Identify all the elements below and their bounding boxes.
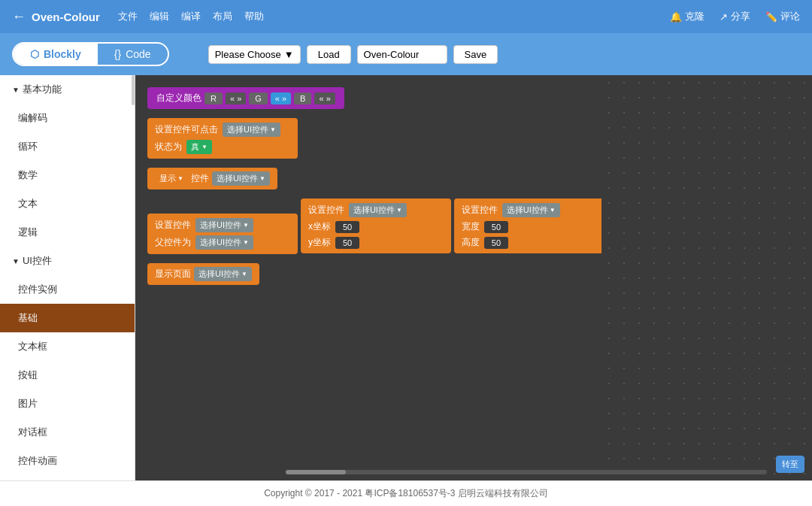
dotted-canvas <box>601 75 812 480</box>
b-input[interactable]: « » <box>314 92 335 105</box>
g-input[interactable]: « » <box>271 92 291 105</box>
block-set-clickable-row2: 状态为 真 <box>155 140 290 154</box>
blockly-icon: ⬡ <box>30 48 39 60</box>
block-custom-color-body[interactable]: 自定义颜色 R « » G « » B « » <box>147 87 344 109</box>
load-button[interactable]: Load <box>307 45 351 64</box>
save-button[interactable]: Save <box>453 45 498 64</box>
sidebar-item-dialog[interactable]: 对话框 <box>0 418 135 447</box>
sidebar-item-loop[interactable]: 循环 <box>0 132 135 161</box>
sidebar-item-basic[interactable]: 基本功能 <box>0 75 135 104</box>
top-nav: ← Oven-Colour 文件 编辑 编译 布局 帮助 🔔 克隆 ↗ 分享 ✏… <box>0 0 812 33</box>
set-parent-label1: 设置控件 <box>155 219 191 232</box>
sidebar-item-button[interactable]: 按钮 <box>0 361 135 389</box>
set-pos-x-label: x坐标 <box>308 220 331 233</box>
sidebar-item-textbox[interactable]: 文本框 <box>0 332 135 361</box>
set-size-label1: 设置控件 <box>462 204 498 217</box>
block-set-clickable-row1: 设置控件可点击 选择UI控件 <box>155 123 290 137</box>
menu-file[interactable]: 文件 <box>118 10 138 23</box>
set-size-h-label: 高度 <box>462 236 480 249</box>
set-size-h-value[interactable]: 50 <box>484 237 508 249</box>
please-choose-select[interactable]: Please Choose ▼ <box>208 45 301 64</box>
tab-blockly[interactable]: ⬡ Blockly <box>14 44 98 65</box>
app-title: Oven-Colour <box>32 11 100 23</box>
toolbar: ⬡ Blockly {} Code Please Choose ▼ Load S… <box>0 33 812 75</box>
set-pos-y-value[interactable]: 50 <box>335 237 359 249</box>
menu-bar: 文件 编辑 编译 布局 帮助 <box>118 10 264 23</box>
set-parent-label2: 父控件为 <box>155 236 191 249</box>
show-page-dropdown[interactable]: 选择UI控件 <box>194 267 252 281</box>
show-label: 控件 <box>191 172 209 185</box>
menu-layout[interactable]: 布局 <box>213 10 232 23</box>
sidebar-item-widget-instance[interactable]: 控件实例 <box>0 275 135 304</box>
sidebar-item-text[interactable]: 文本 <box>0 189 135 218</box>
comment-action[interactable]: ✏️ 评论 <box>765 10 800 23</box>
block-show-control-body[interactable]: 显示 控件 选择UI控件 <box>147 168 277 189</box>
menu-edit[interactable]: 编辑 <box>150 10 169 23</box>
tab-code[interactable]: {} Code <box>98 44 168 65</box>
b-label: B <box>294 92 311 105</box>
show-page-label: 显示页面 <box>155 268 191 280</box>
set-pos-label1: 设置控件 <box>308 204 344 217</box>
set-parent-dropdown2[interactable]: 选择UI控件 <box>195 235 253 250</box>
sidebar-scroll: 基本功能 编解码 循环 数学 文本 逻辑 UI控件 控件实例 <box>0 75 135 475</box>
sidebar-item-logic[interactable]: 逻辑 <box>0 218 135 247</box>
menu-compile[interactable]: 编译 <box>181 10 201 23</box>
block-set-size-row2: 宽度 50 <box>462 220 597 233</box>
set-clickable-label2: 状态为 <box>155 141 182 153</box>
project-name-input[interactable] <box>357 45 447 64</box>
set-pos-x-value[interactable]: 50 <box>335 221 359 233</box>
block-set-parent-row2: 父控件为 选择UI控件 <box>155 235 290 250</box>
block-set-clickable[interactable]: 设置控件可点击 选择UI控件 状态为 真 <box>147 118 298 159</box>
sidebar-item-basic-ui[interactable]: 基础 <box>0 304 135 332</box>
block-set-position-row2: x坐标 50 <box>308 220 444 233</box>
sidebar-item-math[interactable]: 数学 <box>0 161 135 189</box>
block-set-position-row3: y坐标 50 <box>308 236 444 249</box>
back-button[interactable]: ← <box>12 9 26 25</box>
set-size-w-label: 宽度 <box>462 220 480 233</box>
canvas-area: 自定义颜色 R « » G « » B « » 设置控件可点击 选择UI控件 状… <box>135 75 812 480</box>
horizontal-scrollbar[interactable] <box>286 470 767 474</box>
block-set-size-row3: 高度 50 <box>462 236 597 249</box>
sidebar: 基本功能 编解码 循环 数学 文本 逻辑 UI控件 控件实例 <box>0 75 135 480</box>
custom-color-label: 自定义颜色 <box>156 92 201 105</box>
sidebar-scrollbar[interactable] <box>132 75 135 105</box>
sidebar-item-image[interactable]: 图片 <box>0 389 135 418</box>
copyright-text: Copyright © 2017 - 2021 粤ICP备18106537号-3… <box>264 488 548 498</box>
sidebar-item-animation[interactable]: 控件动画 <box>0 447 135 475</box>
set-size-w-value[interactable]: 50 <box>484 221 508 233</box>
set-pos-dropdown1[interactable]: 选择UI控件 <box>349 203 407 217</box>
set-size-dropdown1[interactable]: 选择UI控件 <box>502 203 560 217</box>
dropdown-arrow-icon: ▼ <box>284 49 294 60</box>
set-clickable-dropdown1[interactable]: 选择UI控件 <box>223 123 280 137</box>
right-actions: 🔔 克隆 ↗ 分享 ✏️ 评论 <box>670 10 800 23</box>
block-set-position-row1: 设置控件 选择UI控件 <box>308 203 444 217</box>
set-clickable-value[interactable]: 真 <box>186 140 212 154</box>
set-parent-dropdown1[interactable]: 选择UI控件 <box>195 218 253 232</box>
set-pos-y-label: y坐标 <box>308 236 331 249</box>
block-set-size-row1: 设置控件 选择UI控件 <box>462 203 597 217</box>
block-set-parent[interactable]: 设置控件 选择UI控件 父控件为 选择UI控件 <box>147 214 298 254</box>
scrollbar-thumb[interactable] <box>286 470 346 474</box>
toolbar-right: Please Choose ▼ Load Save <box>208 45 498 64</box>
tab-group: ⬡ Blockly {} Code <box>12 42 169 66</box>
corner-button[interactable]: 转至 <box>776 456 804 473</box>
g-label: G <box>249 92 268 105</box>
main-content: 基本功能 编解码 循环 数学 文本 逻辑 UI控件 控件实例 <box>0 75 812 480</box>
clone-action[interactable]: 🔔 克隆 <box>670 10 704 23</box>
r-input[interactable]: « » <box>226 92 246 105</box>
set-clickable-label1: 设置控件可点击 <box>155 123 218 136</box>
block-show-page-body[interactable]: 显示页面 选择UI控件 <box>147 263 259 285</box>
code-icon: {} <box>114 48 121 60</box>
sidebar-item-ui[interactable]: UI控件 <box>0 247 135 275</box>
show-ui-dropdown[interactable]: 选择UI控件 <box>212 171 270 186</box>
block-set-parent-row1: 设置控件 选择UI控件 <box>155 218 290 232</box>
block-set-position[interactable]: 设置控件 选择UI控件 x坐标 50 y坐标 50 <box>301 198 451 253</box>
block-set-size[interactable]: 设置控件 选择UI控件 宽度 50 高度 50 <box>454 198 604 253</box>
sidebar-item-decode[interactable]: 编解码 <box>0 104 135 132</box>
show-verb-dropdown[interactable]: 显示 <box>155 171 188 186</box>
r-label: R <box>205 92 223 105</box>
share-action[interactable]: ↗ 分享 <box>720 10 750 23</box>
footer: Copyright © 2017 - 2021 粤ICP备18106537号-3… <box>0 480 812 506</box>
menu-help[interactable]: 帮助 <box>244 10 264 23</box>
